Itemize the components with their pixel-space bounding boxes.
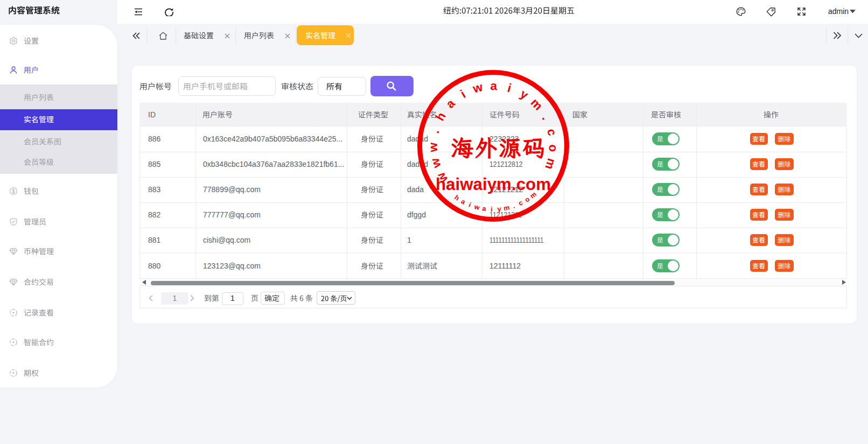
svg-text:w: w xyxy=(426,142,440,153)
svg-text:m: m xyxy=(528,96,545,113)
svg-text:h: h xyxy=(433,110,449,123)
svg-text:m: m xyxy=(542,157,558,171)
svg-text:w: w xyxy=(471,80,485,96)
svg-text:a: a xyxy=(443,96,458,111)
svg-text:w: w xyxy=(473,203,480,212)
svg-text:c: c xyxy=(517,199,524,208)
svg-text:i: i xyxy=(506,81,513,95)
svg-text:a: a xyxy=(482,205,487,213)
svg-text:i: i xyxy=(458,87,468,101)
svg-text:.: . xyxy=(512,202,516,210)
svg-text:haiwaiym.com: haiwaiym.com xyxy=(436,174,551,194)
svg-text:w: w xyxy=(428,157,444,170)
svg-text:o: o xyxy=(547,144,561,152)
svg-text:h: h xyxy=(453,194,460,202)
svg-text:.: . xyxy=(540,112,553,122)
svg-text:a: a xyxy=(490,79,497,93)
svg-text:i: i xyxy=(467,201,472,209)
svg-text:i: i xyxy=(491,206,493,213)
svg-text:m: m xyxy=(503,203,510,212)
svg-text:a: a xyxy=(460,198,467,206)
svg-text:.: . xyxy=(428,128,442,135)
svg-text:c: c xyxy=(544,128,559,137)
svg-text:y: y xyxy=(518,87,531,102)
svg-text:y: y xyxy=(497,205,501,213)
